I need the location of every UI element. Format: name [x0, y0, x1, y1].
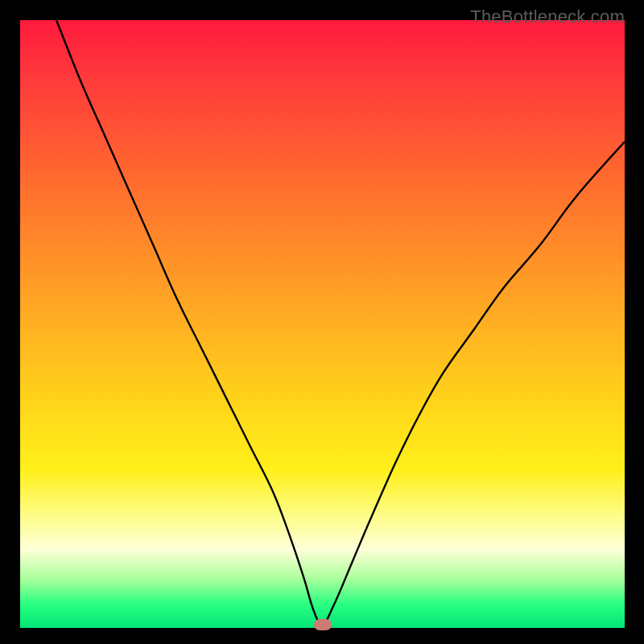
- watermark-text: TheBottleneck.com: [470, 6, 625, 27]
- curve-path: [56, 20, 625, 625]
- bottleneck-curve: [20, 20, 625, 628]
- optimum-marker: [314, 619, 332, 630]
- chart-plot-area: [20, 20, 625, 628]
- chart-frame: TheBottleneck.com: [0, 0, 644, 644]
